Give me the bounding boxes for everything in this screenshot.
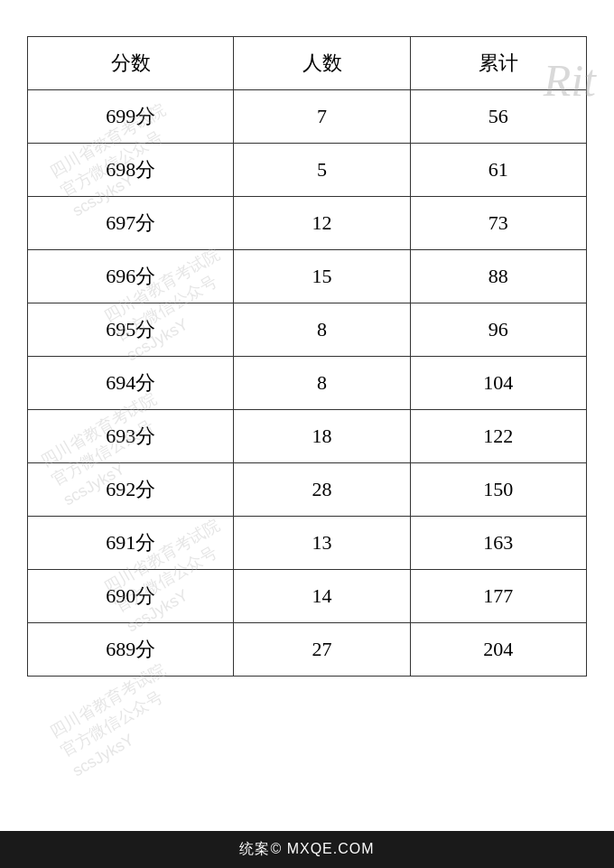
table-row: 691分13163 xyxy=(28,517,587,570)
table-row: 698分561 xyxy=(28,144,587,197)
cell-count: 27 xyxy=(234,623,410,677)
cell-score: 699分 xyxy=(28,90,234,144)
cell-score: 695分 xyxy=(28,303,234,357)
cell-score: 698分 xyxy=(28,144,234,197)
table-row: 689分27204 xyxy=(28,623,587,677)
header-cumulative: 累计 xyxy=(410,37,586,90)
cell-score: 693分 xyxy=(28,410,234,463)
table-header-row: 分数 人数 累计 xyxy=(28,37,587,90)
cell-cumulative: 56 xyxy=(410,90,586,144)
header-score: 分数 xyxy=(28,37,234,90)
cell-score: 691分 xyxy=(28,517,234,570)
table-row: 694分8104 xyxy=(28,357,587,410)
cell-cumulative: 73 xyxy=(410,197,586,250)
table-row: 695分896 xyxy=(28,303,587,357)
cell-cumulative: 122 xyxy=(410,410,586,463)
cell-cumulative: 88 xyxy=(410,250,586,303)
cell-score: 694分 xyxy=(28,357,234,410)
cell-score: 697分 xyxy=(28,197,234,250)
cell-count: 14 xyxy=(234,570,410,623)
table-row: 693分18122 xyxy=(28,410,587,463)
cell-cumulative: 96 xyxy=(410,303,586,357)
cell-score: 690分 xyxy=(28,570,234,623)
table-row: 692分28150 xyxy=(28,463,587,517)
score-table-wrapper: 分数 人数 累计 699分756698分561697分1273696分15886… xyxy=(27,36,587,677)
cell-cumulative: 177 xyxy=(410,570,586,623)
cell-score: 696分 xyxy=(28,250,234,303)
bottom-bar: 统案© MXQE.COM xyxy=(0,831,614,868)
cell-count: 15 xyxy=(234,250,410,303)
table-row: 699分756 xyxy=(28,90,587,144)
table-row: 696分1588 xyxy=(28,250,587,303)
table-row: 690分14177 xyxy=(28,570,587,623)
cell-cumulative: 104 xyxy=(410,357,586,410)
cell-count: 5 xyxy=(234,144,410,197)
cell-score: 689分 xyxy=(28,623,234,677)
cell-count: 8 xyxy=(234,303,410,357)
cell-count: 12 xyxy=(234,197,410,250)
cell-cumulative: 61 xyxy=(410,144,586,197)
cell-cumulative: 150 xyxy=(410,463,586,517)
watermark-5: 四川省教育考试院官方微信公众号scsJyksY xyxy=(46,658,192,782)
cell-count: 13 xyxy=(234,517,410,570)
header-count: 人数 xyxy=(234,37,410,90)
cell-count: 28 xyxy=(234,463,410,517)
table-row: 697分1273 xyxy=(28,197,587,250)
cell-count: 7 xyxy=(234,90,410,144)
bottom-bar-text: 统案© MXQE.COM xyxy=(239,841,374,856)
cell-score: 692分 xyxy=(28,463,234,517)
score-table: 分数 人数 累计 699分756698分561697分1273696分15886… xyxy=(27,36,587,677)
cell-cumulative: 163 xyxy=(410,517,586,570)
cell-count: 8 xyxy=(234,357,410,410)
cell-count: 18 xyxy=(234,410,410,463)
cell-cumulative: 204 xyxy=(410,623,586,677)
